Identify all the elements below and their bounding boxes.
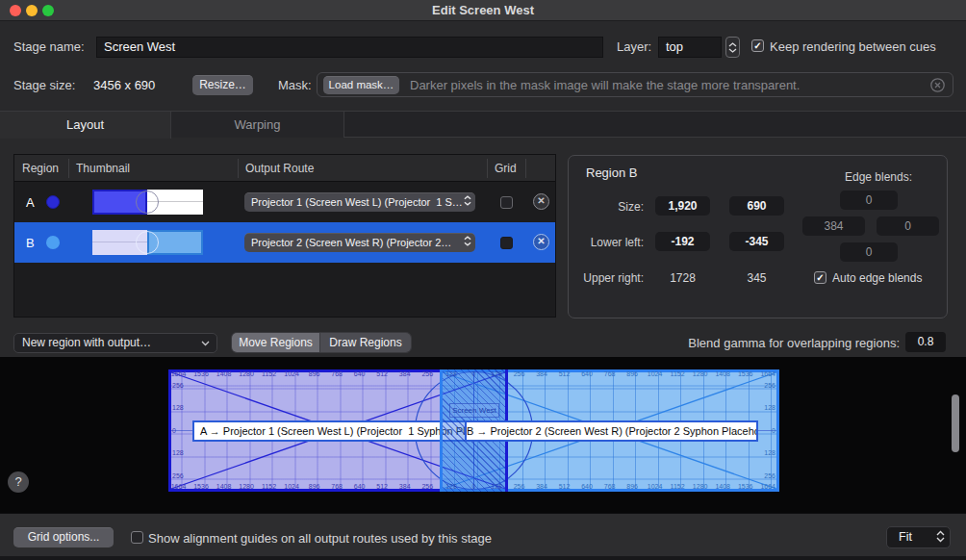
stage-size-value: 3456 x 690 [93,78,155,92]
axis-tick-label: 1152 [671,370,685,378]
axis-tick-label: 1152 [671,483,685,491]
axis-tick-label: 1280 [693,483,708,491]
blend-gamma-field[interactable]: 0.8 [905,332,946,352]
output-route-dropdown[interactable]: Projector 2 (Screen West R) (Projector 2… [244,233,475,252]
edge-blend-top-field[interactable]: 0 [840,191,898,210]
axis-tick-label: 1280 [693,370,708,378]
axis-tick-label: 1152 [262,370,276,378]
stage-name-input[interactable]: Screen West [96,37,603,58]
axis-tick-label: 1280 [239,483,254,491]
region-color-dot [46,236,60,249]
axis-tick-label: 768 [331,483,343,491]
window-bottom-edge [0,556,966,560]
output-route-value: Projector 2 (Screen West R) (Projector 2… [251,237,451,248]
title-bar: Edit Screen West [0,0,966,21]
axis-tick-label: 128 [445,483,457,491]
axis-tick-label: 256 [764,472,775,480]
auto-edge-blends-checkbox[interactable]: ✓ [814,271,826,284]
region-inspector-panel: Region B Size: 1,920 690 Lower left: -19… [568,155,948,318]
axis-tick-label: 896 [309,370,320,378]
mode-segmented-control: Move Regions Draw Regions [231,332,412,353]
axis-tick-label: 1024 [648,370,663,378]
axis-tick-label: 1536 [193,370,209,378]
axis-tick-label: 768 [604,483,616,491]
zoom-fit-value: Fit [899,530,912,544]
size-width-field[interactable]: 1,920 [655,196,710,216]
axis-tick-label: 384 [536,483,547,491]
vertical-scrollbar[interactable] [952,395,959,452]
axis-tick-label: 512 [376,483,388,491]
table-row-region-b[interactable]: B Projector 2 (Screen West R) (Projector… [14,222,555,263]
layer-input[interactable]: top [658,37,722,58]
load-mask-button[interactable]: Load mask… [323,76,399,94]
axis-tick-label: 0 [472,483,476,491]
keep-rendering-checkbox[interactable]: ✓ [751,39,764,52]
table-row-region-a[interactable]: A Projector 1 (Screen West L) (Projector… [14,182,555,222]
grid-options-button[interactable]: Grid options... [13,527,114,547]
region-b-left-border [440,369,443,492]
edit-screen-dialog: Edit Screen West Stage name: Screen West… [0,0,966,560]
tab-warping[interactable]: Warping [171,112,344,138]
region-color-dot [46,195,60,209]
delete-region-button[interactable]: ✕ [533,193,549,210]
axis-tick-label: 1152 [262,483,276,491]
axis-tick-label: 256 [764,382,775,390]
window-title: Edit Screen West [0,3,966,17]
axis-tick-label: 0 [472,370,476,378]
axis-tick-label: 128 [491,370,502,378]
axis-tick-label: 1024 [648,483,663,491]
axis-tick-label: 384 [399,483,411,491]
upper-right-label: Upper right: [569,271,644,285]
zoom-fit-dropdown[interactable]: Fit [886,526,951,548]
region-letter: B [26,236,35,250]
alignment-guides-checkbox[interactable] [131,531,143,544]
table-header-row: Region Thumbnail Output Route Grid [14,155,555,182]
inspector-title: Region B [586,165,637,180]
mask-field: Load mask… Darker pixels in the mask ima… [317,72,953,97]
axis-tick-label: 768 [331,370,343,378]
new-region-dropdown[interactable]: New region with output… [13,333,217,353]
edge-blend-left-field[interactable]: 384 [802,216,865,236]
delete-region-button[interactable]: ✕ [533,234,549,250]
stage-preview-canvas: A → Projector 1 (Screen West L) (Project… [0,357,966,513]
new-region-dropdown-value: New region with output… [22,336,151,349]
axis-tick-label: 128 [172,449,184,457]
chevron-down-icon [201,341,210,346]
mask-placeholder-text: Darker pixels in the mask image will mak… [410,78,800,92]
axis-tick-label: 128 [445,370,457,378]
axis-tick-label: 0 [172,427,176,435]
tab-bar: Layout Warping [0,111,966,138]
axis-tick-label: 512 [559,483,571,491]
draw-regions-button[interactable]: Draw Regions [319,333,411,352]
lower-left-x-field[interactable]: -192 [655,232,710,251]
stage-center-label: Screen West [449,403,499,418]
edge-blend-bottom-field[interactable]: 0 [840,242,898,262]
size-height-field[interactable]: 690 [729,196,784,216]
column-separator [525,159,526,178]
layer-label: Layer: [617,39,651,54]
stage-size-label: Stage size: [13,78,75,92]
move-regions-button[interactable]: Move Regions [232,333,319,352]
edge-blend-right-field[interactable]: 0 [877,216,939,236]
axis-tick-label: 640 [354,483,366,491]
column-separator [68,159,69,178]
axis-tick-label: 1536 [738,370,753,378]
axis-tick-label: 896 [626,483,638,491]
output-route-dropdown[interactable]: Projector 1 (Screen West L) (Projector 1… [244,192,475,212]
layer-stepper[interactable] [725,37,740,58]
clear-mask-icon[interactable] [930,78,945,92]
grid-checkbox[interactable] [500,237,513,249]
axis-tick-label: 256 [172,472,184,480]
resize-button[interactable]: Resize… [192,75,253,95]
chevron-up-icon [728,42,737,47]
alignment-guides-label: Show alignment guides on all output rout… [148,531,492,546]
help-button[interactable]: ? [8,471,29,493]
grid-checkbox[interactable] [500,196,513,209]
axis-tick-label: 128 [764,404,775,412]
axis-tick-label: 1408 [216,370,232,378]
regions-table: Region Thumbnail Output Route Grid A Pro… [13,154,556,318]
lower-left-y-field[interactable]: -345 [729,232,784,251]
output-route-value: Projector 1 (Screen West L) (Projector 1… [251,196,463,208]
tab-layout[interactable]: Layout [0,112,171,139]
dropdown-stepper-icon [464,236,471,246]
